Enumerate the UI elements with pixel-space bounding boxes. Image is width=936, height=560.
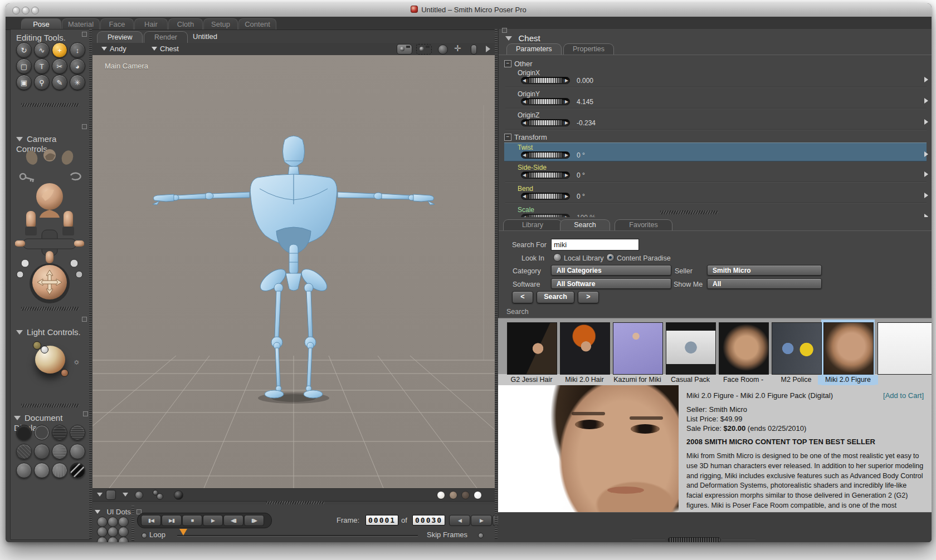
search-button[interactable]: Search — [537, 291, 574, 303]
direct-manipulation-tool-icon[interactable]: ✳ — [70, 75, 85, 90]
display-mode-hidden-line-icon[interactable] — [70, 425, 85, 440]
tab-library[interactable]: Library — [503, 219, 562, 230]
result-thumb-g2-jessi-hair[interactable] — [507, 322, 557, 375]
display-mode-wireframe-icon[interactable] — [52, 425, 67, 440]
sun-icon[interactable]: ☼ — [73, 357, 80, 366]
ui-dot-8[interactable] — [108, 537, 118, 542]
display-mode-smooth-lined-icon[interactable] — [34, 463, 50, 478]
skip-frames-indicator-icon[interactable] — [478, 533, 484, 538]
param-menu-arrow-icon[interactable] — [924, 193, 928, 198]
step-forward-button[interactable]: ▮▶ — [244, 515, 264, 526]
tab-material[interactable]: Material — [62, 18, 100, 30]
add-to-cart-link[interactable]: [Add to Cart] — [883, 391, 924, 400]
result-thumb-miki-20-figure[interactable] — [823, 322, 874, 375]
next-keyframe-button[interactable]: ▶ — [471, 515, 492, 526]
params-collapse-icon[interactable] — [502, 28, 507, 33]
result-thumb-face-room[interactable] — [719, 322, 769, 375]
tab-cloth[interactable]: Cloth — [168, 18, 203, 30]
tab-search[interactable]: Search — [560, 219, 610, 230]
prev-keyframe-button[interactable]: ◀ — [449, 515, 470, 526]
trackball-icon[interactable] — [438, 45, 448, 55]
bend-dial[interactable]: ◀▶ — [521, 193, 570, 200]
view-magnifier-tool-icon[interactable]: ⚲ — [34, 75, 50, 90]
drag-handle[interactable] — [668, 537, 720, 542]
actor-dropdown[interactable]: Andy — [101, 45, 126, 53]
key-icon[interactable] — [20, 174, 34, 182]
param-menu-arrow-icon[interactable] — [924, 214, 928, 217]
category-dropdown[interactable]: All Categories — [551, 265, 671, 276]
morphing-tool-icon[interactable]: ✎ — [52, 75, 67, 90]
param-menu-arrow-icon[interactable] — [924, 151, 928, 157]
current-frame-counter[interactable]: 00001 — [365, 515, 398, 525]
dropdown-triangle-icon[interactable] — [123, 493, 128, 497]
result-thumb-kazumi-for-miki[interactable] — [613, 322, 663, 375]
result-thumb-partial[interactable] — [878, 322, 932, 375]
twist-dial[interactable]: ◀▶ — [521, 151, 570, 159]
section-divider[interactable] — [21, 103, 79, 107]
rotate-camera-icon[interactable] — [71, 173, 81, 180]
param-menu-arrow-icon[interactable] — [924, 98, 928, 104]
group-collapse-transform[interactable]: − — [504, 134, 511, 141]
translate-in-out-tool-icon[interactable]: ↕ — [70, 42, 85, 58]
page-dot-icon[interactable] — [449, 491, 457, 499]
section-divider[interactable] — [21, 307, 79, 311]
next-page-button[interactable]: > — [578, 291, 599, 303]
content-paradise-radio[interactable] — [606, 253, 615, 262]
light-indicator-icon[interactable] — [33, 341, 41, 350]
param-menu-arrow-icon[interactable] — [924, 77, 928, 82]
camera-select-dot-icon[interactable] — [76, 271, 82, 278]
light-controls-header[interactable]: Light Controls. — [16, 327, 81, 337]
tab-parameters[interactable]: Parameters — [506, 43, 562, 55]
page-dot-icon[interactable] — [461, 491, 470, 499]
display-mode-flat-lined-icon[interactable] — [52, 444, 67, 459]
step-back-button[interactable]: ◀▮ — [223, 515, 243, 526]
taper-tool-icon[interactable]: T — [34, 58, 50, 74]
depth-cue-ball-icon[interactable] — [174, 490, 183, 500]
document-display-collapse-icon[interactable] — [83, 411, 88, 416]
camera-select-dot-icon[interactable] — [17, 271, 23, 278]
param-menu-arrow-icon[interactable] — [924, 171, 928, 177]
tab-preview[interactable]: Preview — [97, 31, 143, 43]
twist-tool-icon[interactable]: ∿ — [34, 42, 50, 58]
camera-select-dot-icon[interactable] — [70, 259, 78, 267]
display-mode-texture-lined-icon[interactable] — [70, 463, 85, 478]
panel-resize-handle[interactable] — [495, 29, 498, 539]
tab-pose[interactable]: Pose — [21, 18, 61, 30]
light-indicator-icon[interactable] — [61, 369, 69, 377]
camera-controls-collapse-icon[interactable] — [82, 124, 87, 129]
tab-render[interactable]: Render — [144, 31, 188, 43]
display-mode-smooth-shaded-icon[interactable] — [16, 463, 32, 478]
ui-dot-5[interactable] — [108, 527, 118, 537]
light-sphere-control[interactable] — [35, 346, 65, 374]
result-thumb-m2-police[interactable] — [772, 322, 822, 375]
scale-dial[interactable]: ◀▶ — [521, 214, 570, 217]
result-thumb-casual-pack[interactable] — [666, 322, 716, 375]
ui-dot-9[interactable] — [118, 537, 129, 542]
loop-indicator-icon[interactable] — [142, 533, 147, 538]
rotate-tool-icon[interactable]: ↻ — [16, 42, 32, 58]
ui-dot-1[interactable] — [97, 517, 108, 527]
move-cross-icon[interactable]: ✛ — [454, 43, 461, 53]
right-hand-control-icon[interactable] — [62, 211, 74, 235]
head-camera-icon[interactable] — [36, 183, 63, 218]
display-mode-flat-shaded-icon[interactable] — [34, 444, 50, 459]
total-frames-counter[interactable]: 00030 — [412, 515, 445, 525]
originx-dial[interactable]: ◀▶ — [521, 77, 570, 84]
dropdown-triangle-icon[interactable] — [97, 493, 103, 497]
toolbar-expand-arrow-icon[interactable] — [486, 46, 490, 52]
local-library-radio[interactable] — [553, 253, 562, 262]
tab-favorites[interactable]: Favorites — [615, 219, 672, 230]
camera-select-dot-icon[interactable] — [21, 259, 29, 267]
tracking-ball-icon[interactable] — [135, 491, 143, 499]
actor-part-header[interactable]: Chest — [505, 33, 540, 43]
side-side-dial[interactable]: ◀▶ — [521, 171, 570, 179]
color-tool-icon[interactable]: ◕ — [70, 58, 85, 74]
originz-dial[interactable]: ◀▶ — [521, 119, 570, 126]
ui-dot-3[interactable] — [118, 517, 129, 527]
result-thumb-miki-20-hair[interactable] — [560, 322, 610, 375]
ui-dot-6[interactable] — [118, 527, 129, 537]
capsule-handle-icon[interactable] — [471, 45, 477, 55]
play-button[interactable]: ▶ — [203, 515, 223, 526]
thumb-label-selected[interactable]: Miki 2.0 Figure — [818, 375, 878, 385]
sidebar-resize-handle[interactable] — [89, 29, 92, 539]
